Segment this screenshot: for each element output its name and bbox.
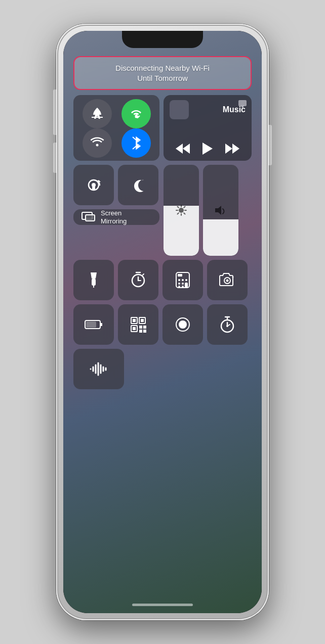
screen: Disconnecting Nearby Wi-Fi Until Tomorro… <box>63 31 262 613</box>
music-header: Music <box>170 100 246 119</box>
svg-point-58 <box>179 320 187 329</box>
svg-rect-56 <box>143 330 146 333</box>
battery-button[interactable] <box>73 304 114 345</box>
row-2: Screen Mirroring <box>73 165 252 256</box>
svg-point-42 <box>226 280 229 282</box>
svg-line-20 <box>178 207 179 208</box>
svg-rect-52 <box>133 327 136 330</box>
camera-button[interactable] <box>207 260 248 300</box>
volume-up-button[interactable] <box>53 105 56 135</box>
svg-marker-5 <box>202 143 213 155</box>
calculator-button[interactable] <box>162 260 203 300</box>
svg-marker-7 <box>232 144 239 154</box>
svg-rect-53 <box>139 326 142 329</box>
svg-point-34 <box>185 279 187 281</box>
rotation-lock-button[interactable] <box>73 165 114 205</box>
svg-rect-55 <box>139 330 142 333</box>
music-artwork <box>170 100 189 119</box>
brightness-slider[interactable] <box>164 165 199 256</box>
play-button[interactable] <box>201 142 214 156</box>
svg-line-21 <box>184 213 185 214</box>
tiles-grid: Music <box>73 95 252 593</box>
svg-marker-4 <box>183 144 190 154</box>
wifi-button[interactable] <box>83 128 112 158</box>
svg-point-36 <box>182 283 184 285</box>
screen-record-button[interactable] <box>162 304 203 345</box>
stopwatch-button[interactable] <box>207 304 248 345</box>
svg-point-33 <box>182 279 184 281</box>
power-button[interactable] <box>269 125 272 165</box>
svg-line-1 <box>133 137 136 140</box>
svg-rect-14 <box>86 215 94 220</box>
phone-screen-container: Disconnecting Nearby Wi-Fi Until Tomorro… <box>63 31 262 613</box>
svg-point-43 <box>232 277 234 278</box>
home-indicator <box>132 604 193 606</box>
svg-rect-45 <box>100 323 102 326</box>
notch <box>122 31 203 48</box>
shazam-button[interactable] <box>73 349 124 389</box>
row-3 <box>73 260 252 300</box>
svg-point-35 <box>178 283 180 285</box>
row-1: Music <box>73 95 252 161</box>
volume-slider[interactable] <box>203 165 238 256</box>
iphone-frame: Disconnecting Nearby Wi-Fi Until Tomorro… <box>56 24 269 620</box>
svg-rect-54 <box>143 326 146 329</box>
svg-rect-25 <box>92 279 96 286</box>
svg-line-22 <box>184 207 185 208</box>
music-tile[interactable]: Music <box>164 95 252 161</box>
row-2a <box>73 165 159 205</box>
svg-rect-48 <box>133 319 136 322</box>
bluetooth-button[interactable] <box>121 128 151 158</box>
svg-point-15 <box>179 208 184 213</box>
notification-text: Disconnecting Nearby Wi-Fi Until Tomorro… <box>83 63 242 83</box>
screen-mirroring-label: Screen Mirroring <box>101 209 127 225</box>
airplay-icon <box>237 99 248 109</box>
svg-point-32 <box>178 279 180 281</box>
airplane-mode-button[interactable] <box>83 99 112 128</box>
svg-point-38 <box>178 286 180 288</box>
svg-marker-6 <box>225 144 232 154</box>
volume-icon <box>214 205 227 216</box>
brightness-icon <box>176 205 187 216</box>
screen-mirroring-button[interactable]: Screen Mirroring <box>73 209 159 225</box>
svg-rect-46 <box>86 321 96 328</box>
notification-banner: Disconnecting Nearby Wi-Fi Until Tomorro… <box>73 56 252 90</box>
svg-marker-24 <box>215 206 221 215</box>
svg-point-39 <box>182 286 184 288</box>
control-center: Disconnecting Nearby Wi-Fi Until Tomorro… <box>73 56 252 593</box>
svg-rect-11 <box>92 187 95 190</box>
volume-fill <box>203 219 238 256</box>
fast-forward-button[interactable] <box>224 143 240 155</box>
flashlight-button[interactable] <box>73 260 114 300</box>
volume-down-button[interactable] <box>53 143 56 173</box>
svg-rect-31 <box>178 274 182 277</box>
svg-rect-40 <box>185 283 188 288</box>
row-4 <box>73 304 252 345</box>
svg-rect-50 <box>141 319 144 322</box>
svg-marker-3 <box>176 144 183 154</box>
svg-line-23 <box>178 213 179 214</box>
timer-button[interactable] <box>118 260 158 300</box>
svg-point-64 <box>226 325 228 327</box>
do-not-disturb-button[interactable] <box>118 165 158 205</box>
rewind-button[interactable] <box>175 143 191 155</box>
connectivity-tile <box>73 95 159 161</box>
qr-code-button[interactable] <box>118 304 158 345</box>
wifi-calling-button[interactable] <box>121 99 151 128</box>
music-controls <box>170 142 246 156</box>
svg-line-2 <box>133 146 136 149</box>
row-5 <box>73 349 252 389</box>
